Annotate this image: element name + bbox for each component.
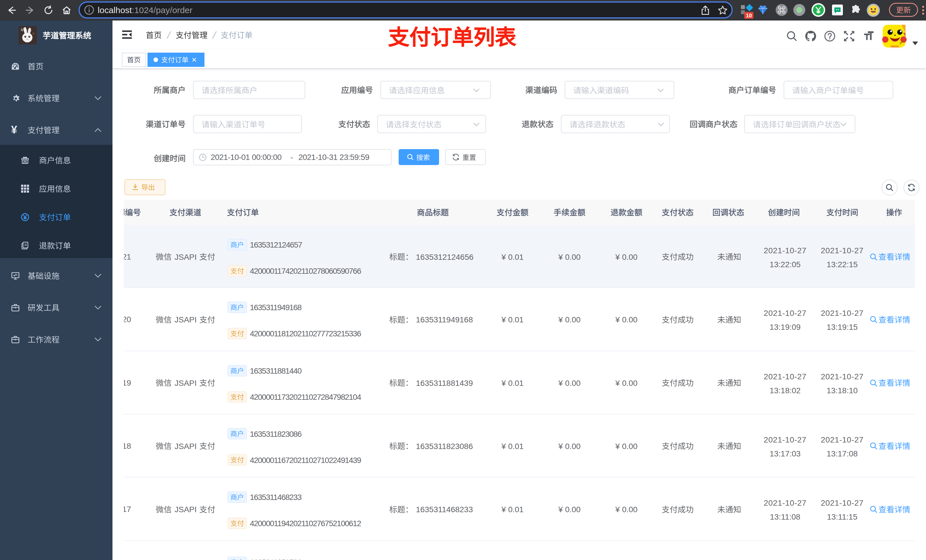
svg-text:10: 10 (746, 12, 752, 18)
